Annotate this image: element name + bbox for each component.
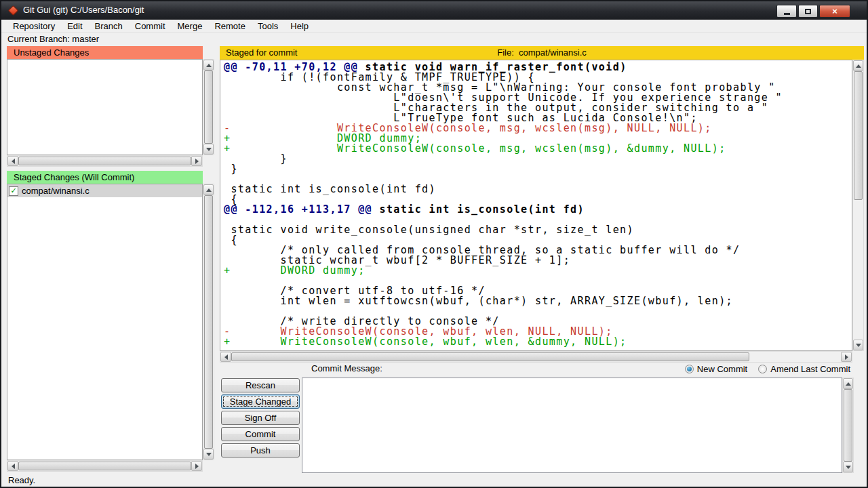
diff-header: Staged for commit File: compat/winansi.c: [220, 46, 864, 60]
menu-item-branch[interactable]: Branch: [89, 20, 129, 33]
maximize-button[interactable]: [798, 5, 818, 18]
diff-line: + DWORD dummy;: [224, 266, 852, 276]
unstaged-file-list[interactable]: [7, 59, 203, 155]
scroll-left-icon[interactable]: [220, 352, 231, 362]
commit-button[interactable]: Commit: [221, 427, 300, 441]
radio-label: New Commit: [697, 364, 747, 374]
scrollbar-track[interactable]: [231, 352, 841, 362]
menu-item-help[interactable]: Help: [284, 20, 315, 33]
diff-line: static void write_console(unsigned char …: [224, 225, 852, 235]
staged-changes-header: Staged Changes (Will Commit): [7, 171, 203, 184]
staged-vertical-scrollbar[interactable]: [203, 184, 214, 460]
scroll-up-icon[interactable]: [203, 60, 214, 70]
diff-line: + WriteConsoleW(console, wbuf, wlen, &du…: [224, 337, 852, 347]
window-controls: ×: [776, 5, 850, 18]
unstaged-changes-header: Unstaged Changes: [7, 46, 203, 59]
current-branch-label: Current Branch: master: [1, 33, 867, 45]
commit-message-label: Commit Message:: [311, 363, 382, 373]
action-buttons: RescanStage ChangedSign OffCommitPush: [221, 378, 300, 458]
diff-line: int wlen = xutftowcsn(wbuf, (char*) str,…: [224, 296, 852, 306]
sign-off-button[interactable]: Sign Off: [221, 411, 300, 425]
minimize-button[interactable]: [776, 5, 797, 18]
unstaged-horizontal-scrollbar[interactable]: [7, 155, 203, 167]
diff-vertical-scrollbar[interactable]: [852, 60, 864, 351]
scroll-up-icon[interactable]: [203, 184, 214, 195]
scroll-right-icon[interactable]: [191, 156, 202, 166]
staged-check-icon: ✓: [9, 186, 18, 196]
diff-horizontal-scrollbar[interactable]: [220, 351, 852, 363]
scroll-down-icon[interactable]: [203, 144, 214, 155]
radio-new-commit[interactable]: New Commit: [685, 364, 747, 374]
scrollbar-thumb[interactable]: [18, 462, 191, 470]
scroll-down-icon[interactable]: [853, 340, 863, 350]
staged-horizontal-scrollbar[interactable]: [7, 460, 203, 472]
scroll-down-icon[interactable]: [843, 462, 853, 472]
diff-line: }: [224, 154, 852, 164]
radio-amend-last-commit[interactable]: Amend Last Commit: [758, 364, 850, 374]
staged-file-row[interactable]: ✓compat/winansi.c: [7, 184, 202, 197]
scrollbar-track[interactable]: [853, 71, 863, 340]
commit-message-input[interactable]: [302, 378, 842, 473]
scrollbar-thumb[interactable]: [18, 157, 191, 165]
scrollbar-track[interactable]: [843, 389, 853, 462]
scroll-left-icon[interactable]: [7, 156, 18, 166]
git-gui-window: Git Gui (git) C:/Users/Bacon/git × Repos…: [0, 0, 868, 488]
menu-item-repository[interactable]: Repository: [7, 20, 61, 33]
diff-view[interactable]: @@ -70,11 +70,12 @@ static void warn_if_…: [220, 60, 852, 351]
scrollbar-thumb[interactable]: [844, 389, 852, 462]
scrollbar-thumb[interactable]: [854, 71, 863, 200]
window-title: Git Gui (git) C:/Users/Bacon/git: [23, 1, 144, 19]
diff-line: }: [224, 164, 852, 174]
close-icon: ×: [832, 6, 837, 16]
scrollbar-track[interactable]: [18, 461, 191, 471]
maximize-icon: [805, 9, 811, 14]
diff-line: @@ -112,16 +113,17 @@ static int is_cons…: [224, 205, 852, 215]
git-gui-app-icon: [8, 5, 19, 16]
menu-item-edit[interactable]: Edit: [61, 20, 88, 33]
minimize-icon: [784, 13, 790, 15]
rescan-button[interactable]: Rescan: [221, 378, 300, 392]
scrollbar-track[interactable]: [203, 70, 214, 144]
status-bar: Ready.: [8, 475, 35, 485]
scrollbar-track[interactable]: [203, 195, 214, 449]
menu-item-remote[interactable]: Remote: [208, 20, 252, 33]
diff-line: + WriteConsoleW(console, msg, wcslen(msg…: [224, 144, 852, 154]
scrollbar-thumb[interactable]: [231, 352, 749, 361]
staged-file-name: compat/winansi.c: [22, 186, 90, 196]
staged-file-list[interactable]: ✓compat/winansi.c: [7, 184, 203, 460]
menu-item-merge[interactable]: Merge: [172, 20, 209, 33]
scroll-down-icon[interactable]: [203, 449, 214, 460]
scrollbar-track[interactable]: [18, 156, 191, 166]
scroll-right-icon[interactable]: [191, 461, 202, 471]
close-button[interactable]: ×: [819, 5, 850, 18]
stage-changed-button[interactable]: Stage Changed: [221, 394, 300, 409]
scroll-right-icon[interactable]: [841, 352, 852, 362]
radio-button-icon[interactable]: [685, 365, 694, 373]
commit-vertical-scrollbar[interactable]: [842, 378, 854, 473]
push-button[interactable]: Push: [221, 443, 300, 458]
radio-label: Amend Last Commit: [770, 364, 850, 374]
diff-file-label: File: compat/winansi.c: [220, 46, 864, 60]
unstaged-vertical-scrollbar[interactable]: [203, 59, 214, 155]
scrollbar-thumb[interactable]: [204, 195, 213, 449]
radio-button-icon[interactable]: [758, 365, 767, 373]
menu-item-commit[interactable]: Commit: [129, 20, 172, 33]
scroll-up-icon[interactable]: [843, 378, 853, 389]
diff-line: static int is_console(int fd): [224, 184, 852, 195]
commit-type-radios: New CommitAmend Last Commit: [685, 362, 850, 375]
scroll-left-icon[interactable]: [7, 461, 18, 471]
scroll-up-icon[interactable]: [853, 60, 863, 71]
menu-item-tools[interactable]: Tools: [252, 20, 284, 33]
menubar: RepositoryEditBranchCommitMergeRemoteToo…: [1, 20, 867, 33]
titlebar[interactable]: Git Gui (git) C:/Users/Bacon/git ×: [1, 1, 867, 20]
scrollbar-thumb[interactable]: [204, 70, 213, 144]
